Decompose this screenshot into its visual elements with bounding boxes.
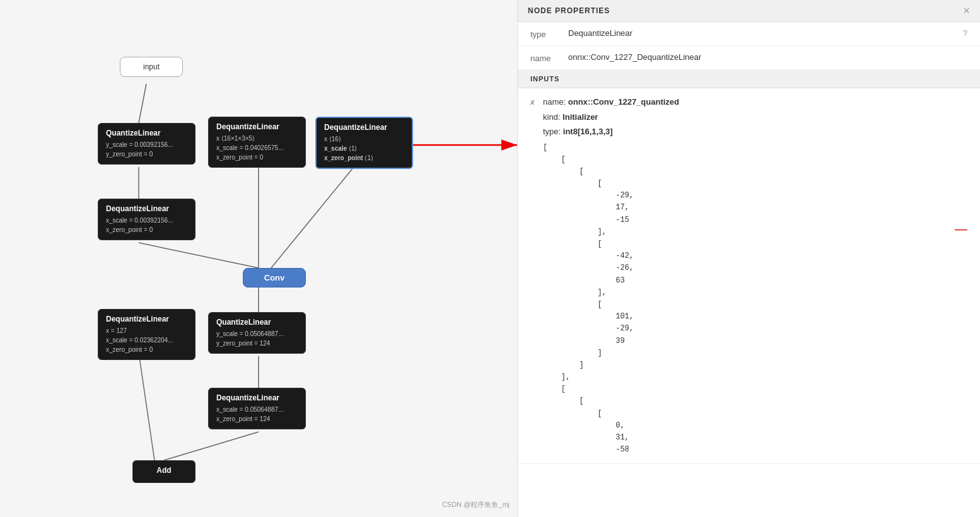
panel-title: NODE PROPERTIES — [528, 6, 610, 15]
node-dequantize4-label: DequantizeLinear — [106, 315, 187, 323]
type-label: type — [530, 28, 568, 39]
inputs-section-header: INPUTS — [518, 70, 980, 88]
input-name-value: onnx::Conv_1227_quantized — [568, 97, 679, 107]
node-dequantize3-props: x ⟨16⟩ x_scale ⟨1⟩ x_zero_point ⟨1⟩ — [324, 134, 404, 163]
node-dequantize1[interactable]: DequantizeLinear x_scale = 0.00392156...… — [98, 199, 195, 240]
watermark: CSDN @程序鱼鱼_mj — [442, 500, 510, 509]
input-expand-icon[interactable]: ― — [955, 222, 967, 236]
node-dequantize2[interactable]: DequantizeLinear x ⟨16×1×3×5⟩ x_scale = … — [208, 117, 306, 168]
svg-line-4 — [271, 164, 356, 268]
properties-panel: NODE PROPERTIES × type DequantizeLinear … — [517, 0, 980, 517]
node-dequantize4-props: x = 127 x_scale = 0.02362204... x_zero_p… — [106, 326, 187, 354]
type-value: DequantizeLinear — [568, 28, 958, 38]
svg-line-8 — [164, 432, 259, 460]
input-name-line: name: onnx::Conv_1227_quantized — [543, 96, 950, 108]
node-quantize1[interactable]: QuantizeLinear y_scale = 0.00392156... y… — [98, 123, 195, 165]
input-type-value: int8[16,1,3,3] — [563, 127, 613, 136]
node-dequantize4[interactable]: DequantizeLinear x = 127 x_scale = 0.023… — [98, 309, 195, 360]
node-conv-label: Conv — [253, 273, 296, 282]
input-details: name: onnx::Conv_1227_quantized kind: In… — [543, 96, 950, 456]
input-key: x — [530, 96, 543, 107]
input-code-block: [ [ [ [ -29, 17, -15 ], [ -42, -26, 63 ]… — [543, 142, 950, 456]
input-kind-prefix: kind: — [543, 112, 563, 122]
node-dequantize1-props: x_scale = 0.00392156... x_zero_point = 0 — [106, 216, 187, 235]
node-dequantize5-label: DequantizeLinear — [216, 393, 298, 402]
name-value: onnx::Conv_1227_DequantizeLinear — [568, 52, 967, 62]
node-conv[interactable]: Conv — [243, 268, 306, 288]
graph-panel: input QuantizeLinear y_scale = 0.0039215… — [0, 0, 517, 517]
panel-content: type DequantizeLinear ? name onnx::Conv_… — [518, 22, 980, 517]
node-add-label: Add — [141, 466, 187, 475]
svg-line-0 — [139, 84, 146, 123]
node-quantize2-label: QuantizeLinear — [216, 318, 298, 327]
node-dequantize3[interactable]: DequantizeLinear x ⟨16⟩ x_scale ⟨1⟩ x_ze… — [315, 117, 413, 169]
input-kind-line: kind: Initializer — [543, 111, 950, 124]
node-quantize1-props: y_scale = 0.00392156... y_zero_point = 0 — [106, 140, 187, 159]
input-name-prefix: name: — [543, 97, 568, 107]
type-question[interactable]: ? — [963, 28, 967, 38]
node-dequantize2-label: DequantizeLinear — [216, 122, 298, 131]
name-label: name — [530, 52, 568, 63]
node-dequantize5-props: x_scale = 0.05064887... x_zero_point = 1… — [216, 405, 298, 424]
svg-line-2 — [139, 243, 259, 268]
node-add[interactable]: Add — [132, 460, 195, 483]
node-dequantize3-label: DequantizeLinear — [324, 123, 404, 132]
close-button[interactable]: × — [963, 5, 970, 16]
connections-svg — [0, 0, 517, 517]
node-quantize1-label: QuantizeLinear — [106, 129, 187, 137]
node-dequantize1-label: DequantizeLinear — [106, 204, 187, 213]
name-row: name onnx::Conv_1227_DequantizeLinear — [518, 46, 980, 70]
panel-header: NODE PROPERTIES × — [518, 0, 980, 22]
input-kind-value: Initializer — [563, 112, 598, 122]
input-type-line: type: int8[16,1,3,3] — [543, 125, 950, 138]
type-row: type DequantizeLinear ? — [518, 22, 980, 46]
node-input-label: input — [128, 62, 175, 71]
input-type-prefix: type: — [543, 127, 563, 136]
node-dequantize5[interactable]: DequantizeLinear x_scale = 0.05064887...… — [208, 388, 306, 429]
svg-line-7 — [139, 353, 155, 460]
node-dequantize2-props: x ⟨16×1×3×5⟩ x_scale = 0.04026575... x_z… — [216, 134, 298, 162]
node-quantize2[interactable]: QuantizeLinear y_scale = 0.05064887... y… — [208, 312, 306, 354]
input-item-x: x name: onnx::Conv_1227_quantized kind: … — [518, 88, 980, 464]
node-quantize2-props: y_scale = 0.05064887... y_zero_point = 1… — [216, 329, 298, 348]
node-input[interactable]: input — [120, 57, 183, 77]
